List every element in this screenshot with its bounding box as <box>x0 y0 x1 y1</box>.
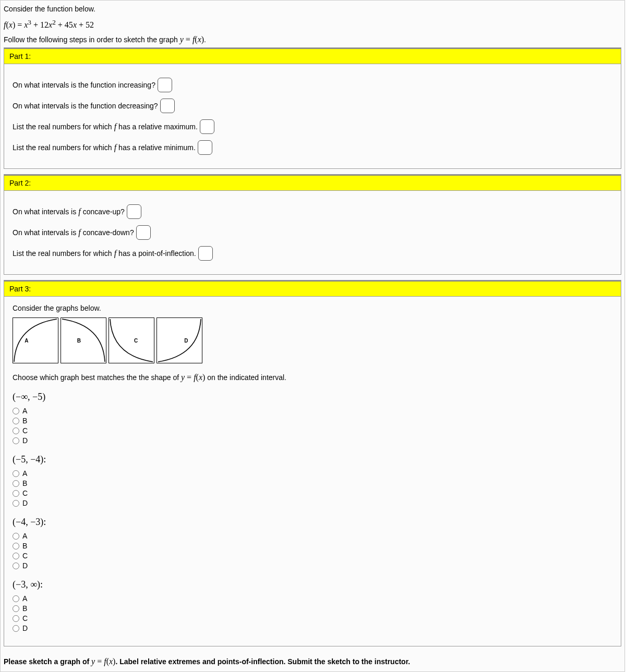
radio-label: C <box>22 426 28 435</box>
answer-concave-up[interactable] <box>127 204 141 219</box>
final-instruction: Please sketch a graph of y = f(x). Label… <box>1 652 624 671</box>
q-decreasing-text: On what intervals is the function decrea… <box>13 102 158 110</box>
follow-text: Follow the following steps in order to s… <box>4 35 180 44</box>
consider-graphs-text: Consider the graphs below. <box>13 304 612 312</box>
radio-2-c[interactable]: C <box>13 489 612 497</box>
choose-text: Choose which graph best matches the the … <box>13 373 612 382</box>
q-rel-min-pre: List the real numbers for which <box>13 143 112 152</box>
radio-input-2-b[interactable] <box>13 480 19 487</box>
follow-eq: y = f(x) <box>180 35 204 44</box>
graph-a-label: A <box>25 338 28 344</box>
q-concave-down-post: concave-down? <box>83 228 134 237</box>
radio-1-c[interactable]: C <box>13 426 612 435</box>
radio-input-2-d[interactable] <box>13 500 19 507</box>
radio-input-2-a[interactable] <box>13 470 19 477</box>
answer-rel-max[interactable] <box>200 119 214 134</box>
q-concave-down: On what intervals is f concave-down? <box>13 225 612 240</box>
radio-input-1-a[interactable] <box>13 408 19 414</box>
radio-label: D <box>22 436 28 445</box>
answer-decreasing[interactable] <box>160 99 175 113</box>
radio-input-3-a[interactable] <box>13 533 19 540</box>
radio-group-3: A B C D <box>13 532 612 570</box>
part-2: Part 2: On what intervals is f concave-u… <box>4 174 621 275</box>
q-rel-min: List the real numbers for which f has a … <box>13 140 612 155</box>
answer-concave-down[interactable] <box>136 225 151 240</box>
radio-1-d[interactable]: D <box>13 436 612 445</box>
follow-end: . <box>204 35 206 44</box>
answer-increasing[interactable] <box>158 78 172 92</box>
radio-3-c[interactable]: C <box>13 552 612 560</box>
radio-label: C <box>22 489 28 497</box>
graph-c: C <box>109 317 154 363</box>
radio-input-4-c[interactable] <box>13 615 19 622</box>
radio-2-b[interactable]: B <box>13 479 612 487</box>
radio-input-3-b[interactable] <box>13 543 19 549</box>
graph-d-label: D <box>184 338 188 344</box>
radio-input-3-c[interactable] <box>13 553 19 559</box>
radio-input-4-d[interactable] <box>13 625 19 632</box>
radio-3-d[interactable]: D <box>13 561 612 570</box>
radio-2-d[interactable]: D <box>13 499 612 507</box>
q-decreasing: On what intervals is the function decrea… <box>13 99 612 113</box>
radio-label: B <box>22 417 27 425</box>
radio-3-b[interactable]: B <box>13 542 612 550</box>
q-increasing-text: On what intervals is the function increa… <box>13 81 155 89</box>
intro-block: Consider the function below. f(x) = x3 +… <box>1 1 624 47</box>
graph-c-label: C <box>134 338 138 344</box>
radio-label: B <box>22 604 27 613</box>
answer-inflection[interactable] <box>198 246 213 261</box>
radio-input-3-d[interactable] <box>13 563 19 569</box>
radio-label: D <box>22 624 28 632</box>
radio-1-a[interactable]: A <box>13 407 612 415</box>
q-inflection-pre: List the real numbers for which <box>13 249 112 258</box>
radio-input-4-a[interactable] <box>13 595 19 602</box>
q-concave-up-post: concave-up? <box>83 207 125 216</box>
function-definition: f(x) = x3 + 12x2 + 45x + 52 <box>4 18 621 30</box>
follow-steps: Follow the following steps in order to s… <box>4 35 621 44</box>
final-post: . Label relative extremes and points-of-… <box>115 657 410 666</box>
radio-group-2: A B C D <box>13 469 612 507</box>
graph-b: B <box>61 317 106 363</box>
q-concave-down-pre: On what intervals is <box>13 228 76 237</box>
radio-4-a[interactable]: A <box>13 594 612 603</box>
answer-rel-min[interactable] <box>198 140 212 155</box>
interval-4: (−3, ∞): <box>13 579 612 590</box>
problem-container: Consider the function below. f(x) = x3 +… <box>0 0 625 672</box>
radio-2-a[interactable]: A <box>13 469 612 478</box>
radio-label: A <box>22 469 27 478</box>
radio-label: C <box>22 614 28 622</box>
radio-label: D <box>22 561 28 570</box>
radio-input-1-c[interactable] <box>13 427 19 434</box>
graph-d: D <box>156 317 202 363</box>
q-concave-up-pre: On what intervals is <box>13 207 76 216</box>
interval-3: (−4, −3): <box>13 517 612 528</box>
part-2-body: On what intervals is f concave-up? On wh… <box>4 191 621 274</box>
radio-4-b[interactable]: B <box>13 604 612 613</box>
radio-label: C <box>22 552 28 560</box>
radio-label: A <box>22 594 27 603</box>
radio-label: A <box>22 407 27 415</box>
radio-label: B <box>22 542 27 550</box>
radio-input-1-b[interactable] <box>13 418 19 424</box>
f-symbol: f <box>114 122 116 131</box>
radio-input-4-b[interactable] <box>13 605 19 612</box>
radio-label: A <box>22 532 27 540</box>
graph-b-label: B <box>77 338 81 344</box>
q-rel-max-post: has a relative maximum. <box>118 123 198 131</box>
radio-input-2-c[interactable] <box>13 490 19 497</box>
radio-4-d[interactable]: D <box>13 624 612 632</box>
part-3-body: Consider the graphs below. A B C D <box>4 297 621 646</box>
radio-4-c[interactable]: C <box>13 614 612 622</box>
f-symbol: f <box>114 249 116 258</box>
final-eq: y = f(x) <box>91 657 115 666</box>
part-2-header: Part 2: <box>4 175 621 191</box>
radio-1-b[interactable]: B <box>13 417 612 425</box>
q-rel-min-post: has a relative minimum. <box>118 143 196 152</box>
radio-input-1-d[interactable] <box>13 437 19 444</box>
radio-3-a[interactable]: A <box>13 532 612 540</box>
part-1-header: Part 1: <box>4 48 621 64</box>
part-3: Part 3: Consider the graphs below. A B C <box>4 280 621 646</box>
intro-prompt: Consider the function below. <box>4 5 621 13</box>
choose-pre: Choose which graph best matches the the … <box>13 373 181 382</box>
f-symbol: f <box>78 207 80 216</box>
